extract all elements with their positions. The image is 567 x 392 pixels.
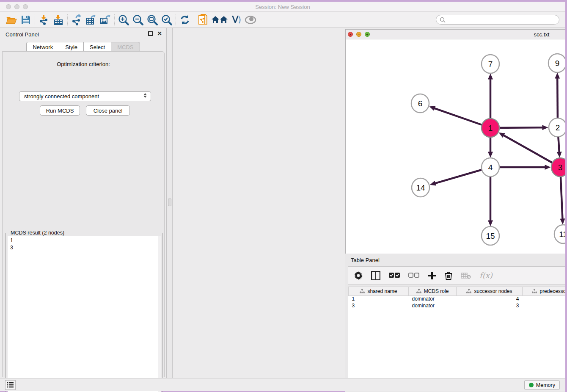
show-hide-icon[interactable]: [243, 14, 258, 26]
control-panel: Control Panel ✕ Network Style Select MCD…: [0, 28, 167, 380]
application-window: Session: New Session: [0, 2, 565, 391]
function-builder-icon[interactable]: f(x): [479, 271, 493, 280]
toolbar-separator: [176, 14, 176, 25]
criterion-select[interactable]: strongly connected component: [19, 91, 151, 101]
node-table-grid: shared name MCDS role successor nodes pr…: [348, 287, 567, 309]
table-header-row: shared name MCDS role successor nodes pr…: [349, 287, 567, 295]
mcds-result-line: 1: [10, 237, 161, 244]
window-title: Session: New Session: [0, 4, 565, 10]
search-input[interactable]: [436, 15, 559, 25]
export-table-icon[interactable]: [84, 14, 98, 26]
search-icon: [440, 17, 446, 23]
hierarchy-icon: [532, 289, 537, 293]
memory-status-icon: [529, 383, 534, 387]
table-toolbar: f(x): [348, 266, 567, 284]
graph-node-label-6: 6: [418, 99, 423, 108]
graph-node-label-7: 7: [488, 60, 493, 69]
main-toolbar: [0, 12, 565, 28]
toolbar-separator: [114, 14, 115, 25]
table-panel-title: Table Panel: [351, 257, 380, 263]
mcds-result-title: MCDS result (2 nodes): [9, 230, 66, 236]
divider-handle[interactable]: [168, 199, 171, 206]
table-row[interactable]: 3 dominator 3 2 3: [349, 302, 567, 309]
graph-node-label-14: 14: [416, 183, 425, 192]
list-icon: [7, 382, 14, 388]
task-history-button[interactable]: [5, 380, 16, 390]
mcds-result-group: MCDS result (2 nodes) 1 3: [6, 233, 162, 392]
network-window: × − + scc.txt 7968124314101511: [345, 29, 567, 277]
export-image-icon[interactable]: [98, 14, 113, 26]
graph-edge-arrow: [488, 152, 493, 158]
graph-node-label-2: 2: [556, 123, 560, 132]
close-panel-icon[interactable]: ✕: [157, 31, 162, 36]
graph-node-label-4: 4: [488, 163, 493, 172]
graph-node-label-9: 9: [555, 59, 560, 68]
import-table-icon[interactable]: [51, 14, 66, 26]
home-icon[interactable]: [210, 14, 229, 26]
hierarchy-icon: [360, 289, 365, 293]
graph-node-label-15: 15: [486, 232, 495, 240]
panel-divider[interactable]: [167, 28, 173, 380]
mcds-result-line: 3: [10, 244, 161, 251]
network-canvas[interactable]: 7968124314101511: [346, 40, 567, 277]
mcds-tab-content: Optimization criterion: strongly connect…: [2, 51, 165, 377]
graph-edge-arrow: [429, 106, 435, 110]
network-window-title: scc.txt: [346, 31, 567, 38]
table-row[interactable]: 1 dominator 4 1 1: [349, 295, 567, 302]
import-network-icon[interactable]: [37, 14, 51, 26]
graph-edge-arrow: [542, 125, 548, 130]
memory-button[interactable]: Memory: [524, 380, 560, 390]
refresh-icon[interactable]: [178, 14, 192, 26]
zoom-in-icon[interactable]: [116, 14, 131, 26]
network-window-titlebar: × − + scc.txt: [346, 30, 567, 39]
table-panel: Table Panel ✕: [345, 254, 567, 392]
zoom-out-icon[interactable]: [131, 14, 145, 26]
graph-node-label-1: 1: [488, 124, 493, 133]
delete-table-icon[interactable]: [461, 272, 471, 279]
graph-edge-3-1[interactable]: [503, 135, 560, 167]
deselect-all-icon[interactable]: [408, 273, 419, 278]
graph-edge-arrow: [430, 181, 436, 186]
close-panel-button[interactable]: Close panel: [86, 105, 130, 116]
select-all-icon[interactable]: [389, 273, 400, 278]
node-table: shared name MCDS role successor nodes pr…: [348, 287, 567, 391]
add-column-icon[interactable]: [428, 271, 436, 280]
network-graph[interactable]: 7968124314101511: [346, 40, 567, 277]
optimization-criterion-label: Optimization criterion:: [3, 61, 164, 67]
duplicate-network-icon[interactable]: [196, 14, 210, 26]
toolbar-separator: [194, 14, 194, 25]
run-mcds-button[interactable]: Run MCDS: [40, 105, 80, 116]
graph-edge-arrow: [488, 221, 493, 226]
select-stepper-icon: [143, 93, 147, 98]
float-panel-icon[interactable]: [148, 31, 153, 36]
graph-edge-arrow: [560, 218, 565, 224]
mcds-result-text[interactable]: 1 3: [8, 236, 161, 392]
hierarchy-icon: [466, 289, 471, 293]
table-panel-header: Table Panel ✕: [345, 254, 567, 265]
export-network-icon[interactable]: [69, 14, 84, 26]
control-panel-header: Control Panel ✕: [0, 28, 166, 40]
window-titlebar: Session: New Session: [0, 2, 565, 12]
desktop-edge: [565, 0, 567, 392]
save-session-icon[interactable]: [19, 14, 33, 26]
zoom-fit-icon[interactable]: [145, 14, 160, 26]
delete-column-icon[interactable]: [445, 271, 452, 280]
memory-label: Memory: [536, 382, 555, 388]
apply-style-icon[interactable]: [229, 14, 243, 26]
open-session-icon[interactable]: [4, 14, 19, 26]
result-scrollbar[interactable]: [158, 236, 161, 392]
column-header-shared-name[interactable]: shared name: [349, 287, 409, 295]
toolbar-separator: [67, 14, 68, 25]
column-layout-icon[interactable]: [371, 271, 380, 280]
column-header-successor-nodes[interactable]: successor nodes: [457, 287, 523, 295]
status-bar: Memory: [0, 378, 565, 391]
control-panel-title: Control Panel: [6, 31, 39, 38]
graph-edge-arrow: [545, 165, 551, 170]
zoom-selected-icon[interactable]: [160, 14, 174, 26]
settings-gear-icon[interactable]: [354, 271, 363, 280]
network-area: × − + scc.txt 7968124314101511 Table Pan…: [173, 28, 565, 380]
graph-edge-arrow: [488, 74, 493, 80]
column-header-predecessor-nodes[interactable]: predecessor nodes: [523, 287, 567, 295]
criterion-value: strongly connected component: [24, 93, 99, 99]
column-header-mcds-role[interactable]: MCDS role: [409, 287, 457, 295]
